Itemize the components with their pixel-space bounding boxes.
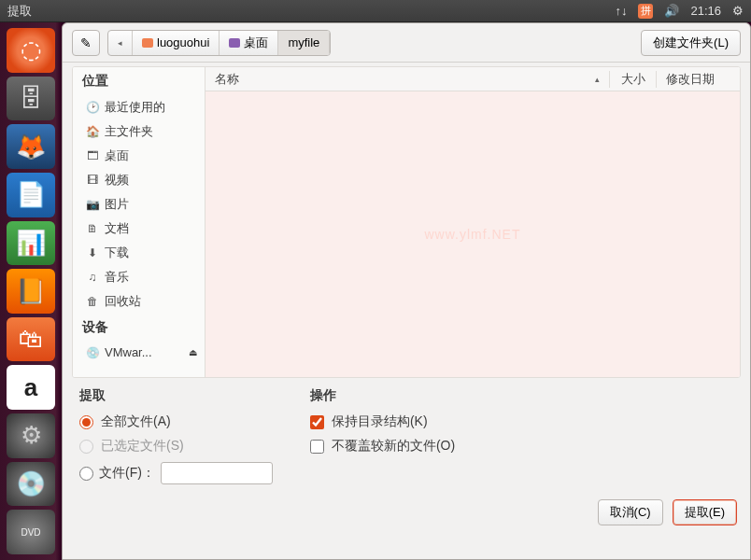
files-icon[interactable]: 🗄 [7, 77, 55, 121]
sidebar-item-downloads[interactable]: ⬇下载 [73, 241, 205, 265]
camera-icon: 📷 [86, 198, 99, 211]
sidebar-item-label: 视频 [105, 172, 129, 189]
sidebar-item-label: 图片 [105, 196, 129, 213]
eject-icon[interactable]: ⏏ [189, 347, 197, 357]
column-headers: 名称▴ 大小 修改日期 [205, 67, 740, 91]
edit-path-button[interactable]: ✎ [72, 30, 100, 56]
software-center-icon[interactable]: 🛍 [7, 317, 55, 362]
path-segment-label: luoguohui [157, 35, 209, 49]
path-segment-label: myfile [288, 35, 319, 49]
check-label: 保持目录结构(K) [332, 413, 428, 430]
file-list-body[interactable]: www.ylmf.NET [205, 91, 740, 377]
sidebar-item-desktop[interactable]: 🗔桌面 [73, 144, 205, 168]
path-segment-current[interactable]: myfile [278, 31, 330, 55]
radio-selected-files: 已选定文件(S) [79, 438, 273, 455]
check-no-overwrite[interactable]: 不覆盖较新的文件(O) [310, 438, 455, 455]
column-size[interactable]: 大小 [609, 71, 656, 88]
sidebar-item-trash[interactable]: 🗑回收站 [73, 289, 205, 314]
home-icon: 🏠 [86, 125, 99, 138]
writer-icon[interactable]: 📄 [7, 173, 55, 217]
path-segment-label: 桌面 [244, 35, 268, 51]
trash-icon: 🗑 [86, 295, 99, 308]
disc-icon[interactable]: 💿 [7, 462, 55, 507]
path-segment-desktop[interactable]: 桌面 [220, 31, 278, 55]
extract-dialog: ✎ ◂ luoguohui 桌面 myfile 创建文件夹(L) 位置 🕑最近使… [62, 22, 751, 560]
window-title: 提取 [7, 3, 615, 20]
sidebar-item-label: 桌面 [105, 147, 129, 164]
system-tray: ↑↓ 拼 🔊 21:16 ⚙ [615, 4, 744, 19]
create-folder-button[interactable]: 创建文件夹(L) [641, 30, 741, 56]
desktop-icon: 🗔 [86, 149, 99, 162]
unity-launcher: ◌ 🗄 🦊 📄 📊 📙 🛍 a ⚙ 💿 DVD [0, 22, 62, 560]
sidebar-item-documents[interactable]: 🗎文档 [73, 217, 205, 241]
radio-label: 文件(F)： [99, 465, 155, 482]
places-sidebar: 位置 🕑最近使用的 🏠主文件夹 🗔桌面 🎞视频 📷图片 🗎文档 ⬇下载 ♫音乐 … [73, 67, 205, 377]
sidebar-item-recent[interactable]: 🕑最近使用的 [73, 95, 205, 119]
radio-files-pattern[interactable]: 文件(F)： [79, 462, 273, 484]
extract-header: 提取 [79, 387, 273, 404]
video-icon: 🎞 [86, 174, 99, 187]
check-label: 不覆盖较新的文件(O) [332, 438, 455, 455]
gear-icon[interactable]: ⚙ [732, 4, 744, 18]
sidebar-item-home[interactable]: 🏠主文件夹 [73, 119, 205, 144]
path-segment-home[interactable]: luoguohui [133, 31, 220, 55]
sidebar-item-label: 主文件夹 [105, 123, 153, 140]
input-method-icon[interactable]: 拼 [638, 4, 653, 19]
system-settings-icon[interactable]: ⚙ [7, 413, 55, 458]
calc-icon[interactable]: 📊 [7, 221, 55, 266]
file-list-pane: 名称▴ 大小 修改日期 www.ylmf.NET [205, 67, 740, 377]
options-area: 提取 全部文件(A) 已选定文件(S) 文件(F)： 操作 保持目录结构(K) … [72, 384, 741, 488]
places-header: 位置 [73, 67, 205, 95]
devices-header: 设备 [73, 314, 205, 342]
sidebar-item-label: 文档 [105, 220, 129, 237]
sort-indicator-icon: ▴ [595, 75, 600, 84]
dialog-footer: 取消(C) 提取(E) [72, 494, 741, 531]
sidebar-item-label: 回收站 [105, 293, 141, 310]
firefox-icon[interactable]: 🦊 [7, 124, 55, 169]
sidebar-item-label: VMwar... [105, 345, 152, 359]
actions-header: 操作 [310, 387, 455, 404]
file-chooser: 位置 🕑最近使用的 🏠主文件夹 🗔桌面 🎞视频 📷图片 🗎文档 ⬇下载 ♫音乐 … [72, 66, 741, 378]
impress-icon[interactable]: 📙 [7, 269, 55, 314]
radio-all-files[interactable]: 全部文件(A) [79, 413, 273, 430]
radio-label: 全部文件(A) [101, 413, 171, 430]
files-pattern-input[interactable] [161, 462, 273, 484]
dash-icon[interactable]: ◌ [7, 28, 55, 73]
extract-button[interactable]: 提取(E) [673, 499, 737, 525]
download-icon: ⬇ [86, 246, 99, 259]
sound-icon[interactable]: 🔊 [664, 4, 679, 18]
toolbar: ✎ ◂ luoguohui 桌面 myfile 创建文件夹(L) [63, 23, 750, 63]
column-name[interactable]: 名称 [215, 71, 239, 88]
top-panel: 提取 ↑↓ 拼 🔊 21:16 ⚙ [0, 0, 751, 22]
extract-options: 提取 全部文件(A) 已选定文件(S) 文件(F)： [79, 387, 273, 484]
sidebar-item-pictures[interactable]: 📷图片 [73, 192, 205, 217]
network-icon[interactable]: ↑↓ [615, 4, 627, 18]
sidebar-item-vmware[interactable]: 💿VMwar...⏏ [73, 342, 205, 363]
radio-label: 已选定文件(S) [101, 438, 184, 455]
sidebar-item-videos[interactable]: 🎞视频 [73, 168, 205, 192]
disc-icon: 💿 [86, 346, 99, 359]
column-modified[interactable]: 修改日期 [656, 71, 740, 88]
clock-icon: 🕑 [86, 101, 99, 114]
check-keep-directory[interactable]: 保持目录结构(K) [310, 413, 455, 430]
clock[interactable]: 21:16 [690, 4, 721, 18]
dvd-icon[interactable]: DVD [7, 510, 55, 554]
sidebar-item-label: 音乐 [105, 269, 129, 286]
document-icon: 🗎 [86, 222, 99, 235]
action-options: 操作 保持目录结构(K) 不覆盖较新的文件(O) [310, 387, 455, 484]
music-icon: ♫ [86, 271, 99, 284]
amazon-icon[interactable]: a [7, 365, 55, 410]
sidebar-item-label: 下载 [105, 245, 129, 261]
sidebar-item-music[interactable]: ♫音乐 [73, 265, 205, 289]
path-back-button[interactable]: ◂ [108, 31, 133, 55]
watermark-text: www.ylmf.NET [425, 227, 521, 242]
path-bar: ◂ luoguohui 桌面 myfile [107, 30, 331, 56]
sidebar-item-label: 最近使用的 [105, 99, 165, 116]
cancel-button[interactable]: 取消(C) [598, 499, 663, 525]
